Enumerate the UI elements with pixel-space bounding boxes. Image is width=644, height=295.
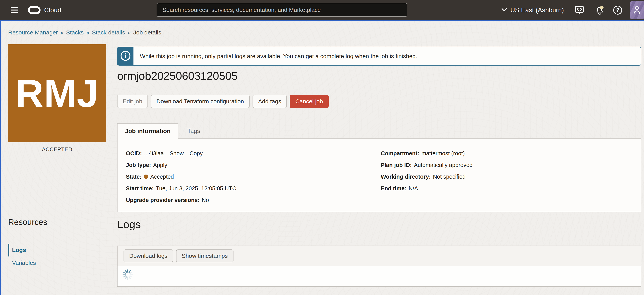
region-selector[interactable]: US East (Ashburn) bbox=[502, 6, 564, 14]
top-navigation-bar: Cloud US East (Ashburn) bbox=[0, 0, 644, 20]
breadcrumb-resource-manager[interactable]: Resource Manager bbox=[8, 29, 58, 36]
logs-panel: Download logs Show timestamps bbox=[117, 246, 641, 287]
field-value: Automatically approved bbox=[414, 162, 472, 168]
ocid-copy-link[interactable]: Copy bbox=[190, 150, 203, 157]
field-value: Not specified bbox=[433, 174, 466, 180]
oracle-logo-icon bbox=[28, 6, 41, 14]
breadcrumb: Resource Manager » Stacks » Stack detail… bbox=[8, 29, 161, 36]
region-label: US East (Ashburn) bbox=[510, 6, 564, 14]
field-value: mattermost (root) bbox=[422, 150, 464, 157]
cancel-job-button[interactable]: Cancel job bbox=[290, 95, 328, 108]
field-value: Accepted bbox=[150, 174, 174, 180]
brand[interactable]: Cloud bbox=[28, 6, 61, 14]
logs-toolbar: Download logs Show timestamps bbox=[118, 246, 641, 266]
topbar-right-cluster: US East (Ashburn) ? bbox=[502, 0, 644, 20]
field-upgrade-provider-versions: Upgrade provider versions: No bbox=[126, 194, 236, 206]
show-timestamps-button[interactable]: Show timestamps bbox=[176, 250, 234, 262]
breadcrumb-stack-details[interactable]: Stack details bbox=[92, 29, 125, 36]
info-banner-message: While this job is running, only partial … bbox=[134, 47, 417, 65]
help-icon[interactable]: ? bbox=[613, 6, 622, 14]
loading-spinner-icon bbox=[122, 268, 134, 282]
job-avatar-initials: RMJ bbox=[15, 71, 99, 116]
person-icon bbox=[632, 5, 641, 15]
field-value: N/A bbox=[408, 185, 418, 192]
job-fields-right: Compartment: mattermost (root) Plan job … bbox=[381, 148, 472, 194]
logs-content-area bbox=[118, 266, 641, 286]
field-start-time: Start time: Tue, Jun 3, 2025, 12:05:05 U… bbox=[126, 182, 236, 194]
resources-heading: Resources bbox=[8, 218, 47, 227]
field-label: Compartment: bbox=[381, 150, 419, 157]
field-label: Plan job ID: bbox=[381, 162, 412, 168]
field-label: End time: bbox=[381, 185, 406, 192]
breadcrumb-stacks[interactable]: Stacks bbox=[66, 29, 84, 36]
resources-list: Logs Variables bbox=[8, 244, 106, 269]
detail-tabs: Job information Tags bbox=[117, 123, 209, 138]
job-avatar-tile: RMJ bbox=[8, 44, 106, 142]
search-input[interactable] bbox=[156, 3, 407, 17]
info-icon bbox=[120, 50, 131, 62]
hamburger-menu-icon[interactable] bbox=[11, 7, 18, 13]
breadcrumb-separator: » bbox=[128, 29, 131, 36]
chevron-down-icon bbox=[502, 8, 510, 12]
field-end-time: End time: N/A bbox=[381, 182, 472, 194]
breadcrumb-job-details: Job details bbox=[133, 29, 161, 36]
breadcrumb-separator: » bbox=[86, 29, 90, 36]
field-value: ...4i3laa bbox=[144, 150, 164, 157]
info-banner: While this job is running, only partial … bbox=[117, 47, 641, 66]
sidebar-item-logs[interactable]: Logs bbox=[8, 244, 106, 256]
field-plan-job-id: Plan job ID: Automatically approved bbox=[381, 159, 472, 171]
page: Cloud US East (Ashburn) bbox=[0, 0, 644, 295]
edit-job-button[interactable]: Edit job bbox=[117, 95, 148, 108]
sidebar-item-variables[interactable]: Variables bbox=[8, 256, 106, 269]
brand-label: Cloud bbox=[44, 6, 61, 14]
field-label: OCID: bbox=[126, 150, 142, 157]
header-accent-line bbox=[0, 20, 644, 21]
field-label: Working directory: bbox=[381, 174, 431, 180]
field-value: Tue, Jun 3, 2025, 12:05:05 UTC bbox=[156, 185, 236, 192]
download-terraform-configuration-button[interactable]: Download Terraform configuration bbox=[151, 95, 250, 108]
cloud-shell-icon[interactable] bbox=[575, 6, 584, 15]
add-tags-button[interactable]: Add tags bbox=[252, 95, 287, 108]
state-dot-icon bbox=[144, 174, 148, 179]
tab-job-information[interactable]: Job information bbox=[117, 123, 178, 138]
field-label: Job type: bbox=[126, 162, 151, 168]
field-working-directory: Working directory: Not specified bbox=[381, 171, 472, 182]
status-caption: ACCEPTED bbox=[8, 146, 106, 152]
breadcrumb-separator: » bbox=[60, 29, 64, 36]
notifications-bell-icon[interactable] bbox=[595, 5, 605, 15]
left-accent-border bbox=[0, 21, 1, 295]
ocid-show-link[interactable]: Show bbox=[170, 150, 184, 157]
field-label: Start time: bbox=[126, 185, 154, 192]
field-compartment: Compartment: mattermost (root) bbox=[381, 148, 472, 159]
field-ocid: OCID: ...4i3laa Show Copy bbox=[126, 148, 236, 159]
field-value: Apply bbox=[153, 162, 167, 168]
page-title: ormjob20250603120505 bbox=[117, 69, 238, 82]
resources-divider bbox=[8, 238, 106, 238]
field-label: Upgrade provider versions: bbox=[126, 197, 200, 203]
logs-heading: Logs bbox=[117, 218, 141, 230]
info-banner-icon-box bbox=[118, 47, 134, 65]
job-information-panel: OCID: ...4i3laa Show Copy Job type: Appl… bbox=[117, 138, 641, 212]
tab-tags[interactable]: Tags bbox=[178, 123, 209, 138]
field-state: State: Accepted bbox=[126, 171, 236, 182]
user-menu-avatar[interactable] bbox=[630, 1, 644, 19]
field-job-type: Job type: Apply bbox=[126, 159, 236, 171]
action-buttons: Edit job Download Terraform configuratio… bbox=[117, 95, 328, 108]
help-glyph: ? bbox=[616, 7, 620, 14]
job-fields-left: OCID: ...4i3laa Show Copy Job type: Appl… bbox=[126, 148, 236, 206]
field-label: State: bbox=[126, 174, 142, 180]
download-logs-button[interactable]: Download logs bbox=[124, 250, 173, 262]
field-value: No bbox=[202, 197, 209, 203]
